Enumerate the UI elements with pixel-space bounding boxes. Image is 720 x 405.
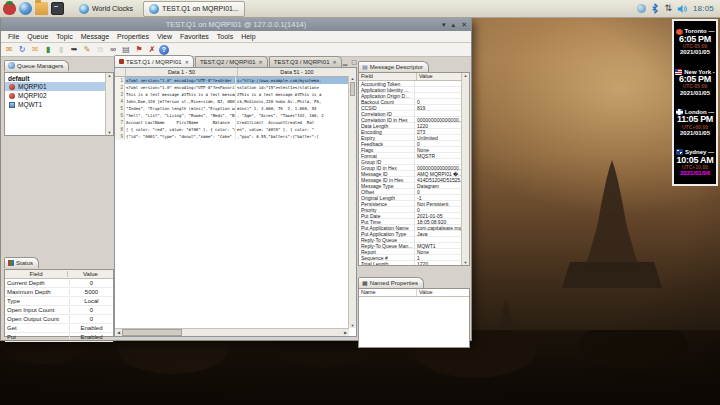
menu-item[interactable]: Tools [213,33,237,40]
close-tab-icon[interactable]: ✕ [259,59,263,65]
message-row[interactable]: 9 {"id": "0001","type": "donut","name": … [115,133,349,140]
bluetooth-icon[interactable] [651,3,659,14]
status-value: 0 [70,316,113,322]
message-descriptor-tab[interactable]: ▤ Message Descriptor [358,61,429,72]
toolbar-button[interactable]: ▤ [120,44,132,55]
hscroll-thumb[interactable] [122,329,182,336]
maximize-view-icon[interactable]: ▢ [351,58,357,65]
message-descriptor-tab-label: Message Descriptor [370,64,423,70]
volume-icon[interactable] [677,4,688,14]
clock-item: New York - 6:05 PM UTC-05:00 2021/01/05 [674,69,716,96]
status-panel: Field Value Current Depth 0 Maximum [4,269,114,337]
scroll-right-icon[interactable]: ▶ [344,330,347,335]
scroll-up-icon[interactable]: ▲ [351,76,355,81]
toolbar-button[interactable]: ✉ [29,44,41,55]
named-properties-tab[interactable]: ▦ Named Properties [358,277,424,288]
queue-manager-item[interactable]: MQWT1 [5,100,105,109]
message-row[interactable]: 8 [ { color: "red", value: "#f00" }, { c… [115,126,349,133]
window-titlebar[interactable]: TEST.Q1 on MQRPI01 @ 127.0.0.1(1414) ▾ ▴… [1,18,471,31]
menu-item[interactable]: Topic [52,33,76,40]
browser-icon[interactable] [19,2,32,15]
status-value-header[interactable]: Value [68,271,113,277]
np-name-header[interactable]: Name [359,289,417,296]
queue-manager-name: MQRPI01 [18,83,47,90]
scroll-left-icon[interactable]: ◀ [117,330,120,335]
toolbar-button[interactable]: ▮ [55,44,67,55]
toolbar-button[interactable]: ✉ [3,44,15,55]
taskbar-task-button[interactable]: TEST.Q1 on MQRPI01... [143,1,245,17]
md-field-header[interactable]: Field [359,73,417,80]
message-data-1-50: [ { color: "red", value: "#f00" }, { col… [125,126,236,133]
toolbar-button[interactable]: ↻ [16,44,28,55]
app-menu-icon[interactable] [3,2,16,15]
terminal-icon[interactable] [51,2,64,15]
queue-tab[interactable]: TEST.Q1 / MQRPI01 ✕ [114,55,194,67]
close-tab-icon[interactable]: ✕ [332,59,336,65]
menu-item[interactable]: View [153,33,176,40]
menu-item[interactable]: Message [77,33,113,40]
toolbar-button[interactable]: ∞ [107,44,119,55]
status-value: 0 [70,280,113,286]
message-data-1-50: This is a test message #1This is a test … [125,91,236,98]
queue-managers-tab[interactable]: Queue Managers [4,60,69,71]
status-field-header[interactable]: Field [5,271,68,277]
message-list-vscrollbar[interactable]: ▲ ▼ [348,76,356,328]
toolbar-button[interactable]: ? [159,45,169,55]
toolbar-button[interactable]: ⚑ [133,44,145,55]
message-row[interactable]: 5 "Index", "Eruption length (mins)","Eru… [115,105,349,112]
network-traffic-icon[interactable]: ⇅ [664,4,672,13]
queue-tab-label: TEST.Q1 / MQRPI01 [126,59,182,65]
queue-managers-scrollbar[interactable]: ▲ ▼ [105,73,113,135]
queue-tab[interactable]: TEST.Q3 / MQRPI01 ✕ [269,56,342,67]
queue-tab[interactable]: TEST.Q2 / MQRPI01 ✕ [195,56,268,67]
md-row[interactable]: Total Length 1220 [359,261,462,266]
updater-icon[interactable] [637,4,646,13]
message-row[interactable]: 4 John,Doe,120 jefferson st.,Riverside, … [115,98,349,105]
toolbar-button[interactable]: ⧉ [94,44,106,55]
message-data-51-100: mins)" 1, 3.600, 79 2, 1.800, 54 [236,105,349,112]
menu-item[interactable]: Properties [113,33,153,40]
message-row[interactable]: 1 <?xml version="1.0" encoding="UTF-8"?>… [115,77,349,84]
maximize-icon[interactable]: ▴ [452,21,456,29]
minimize-view-icon[interactable]: ▁ [343,58,348,65]
data-col1-header[interactable]: Data 1 - 50 [126,68,238,76]
taskbar-task-button[interactable]: World Clocks [73,1,139,17]
row-number: 6 [115,112,125,119]
menu-item[interactable]: File [4,33,23,40]
np-value-header[interactable]: Value [417,289,469,296]
queue-manager-item[interactable]: MQRPI01 [5,82,105,91]
message-row[interactable]: 7 Account LastName FirstName Balance Cre… [115,119,349,126]
message-row[interactable]: 6 "Sell", "List", "Living", "Rooms", "Be… [115,112,349,119]
status-value: 5000 [70,289,113,295]
queue-manager-item[interactable]: MQRPI02 [5,91,105,100]
scroll-down-icon[interactable]: ▼ [108,130,112,135]
message-row[interactable]: 2 <?xml version="1.0" encoding="UTF-8"?>… [115,84,349,91]
queue-manager-group[interactable]: default ⚙ [5,73,113,82]
message-list-hscrollbar[interactable]: ◀ ▶ [115,328,349,336]
scroll-down-icon[interactable]: ▼ [351,323,355,328]
menu-bar: File Queue Topic Message Properties View… [1,31,471,43]
file-manager-icon[interactable] [35,2,48,15]
menu-item[interactable]: Favorites [176,33,213,40]
scroll-down-icon[interactable]: ▼ [464,260,468,265]
message-row[interactable]: 3 This is a test message #1This is a tes… [115,91,349,98]
md-scrollbar[interactable]: ▲ ▼ [461,73,469,265]
data-col2-header[interactable]: Data 51 - 100 [238,68,356,76]
minimize-icon[interactable]: ▾ [442,21,446,29]
vscroll-thumb[interactable] [350,82,355,96]
status-tab[interactable]: Status [4,257,39,268]
menu-item[interactable]: Help [237,33,259,40]
task-app-icon [79,4,89,14]
toolbar-button[interactable]: ✎ [81,44,93,55]
message-data-1-50: <?xml version="1.0" encoding="UTF-8"?><F… [125,84,236,91]
row-number: 4 [115,98,125,105]
toolbar-button[interactable]: ▮ [42,44,54,55]
scroll-up-icon[interactable]: ▲ [108,73,112,78]
close-icon[interactable]: ✕ [461,21,467,29]
close-tab-icon[interactable]: ✕ [185,59,189,65]
menu-item[interactable]: Queue [23,33,52,40]
toolbar-button[interactable]: ✗ [146,44,158,55]
toolbar-button[interactable]: ➥ [68,44,80,55]
taskbar-clock[interactable]: 18:05 [693,4,714,13]
scroll-up-icon[interactable]: ▲ [464,73,468,78]
